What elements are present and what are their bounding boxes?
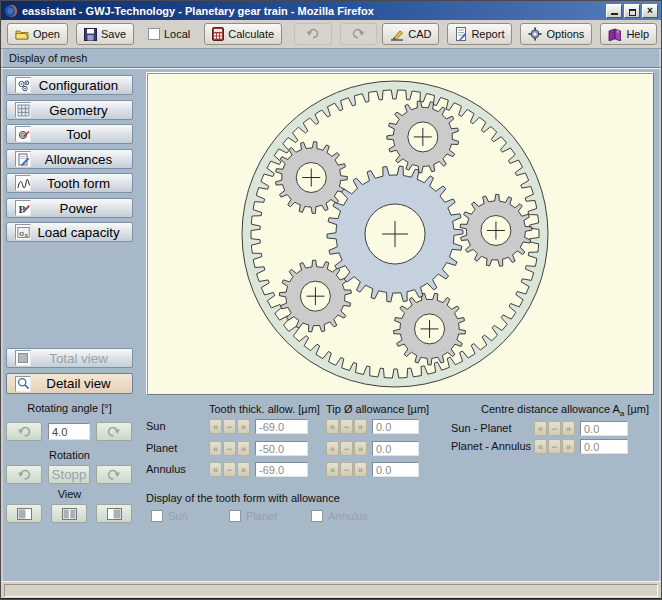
- sidebar-item-geometry[interactable]: Geometry: [6, 100, 133, 120]
- rotate-right-step-button[interactable]: [96, 422, 132, 441]
- stepper-up-button[interactable]: »: [562, 421, 575, 436]
- save-button[interactable]: Save: [76, 23, 134, 45]
- centre-row-label-planet-annulus: Planet - Annulus: [451, 440, 531, 452]
- stepper-down-button[interactable]: «: [209, 441, 222, 456]
- stepper-reset-button[interactable]: −: [223, 441, 236, 456]
- planet-annulus-field[interactable]: [580, 439, 628, 454]
- stepper-down-button[interactable]: «: [326, 462, 339, 477]
- close-button[interactable]: ×: [642, 4, 658, 18]
- allowances-icon: [15, 151, 31, 167]
- sun-tooth-thickness-field[interactable]: [255, 419, 308, 434]
- rotating-angle-input[interactable]: [48, 423, 90, 440]
- view-split-pane-button[interactable]: [51, 504, 87, 523]
- view-left-pane-icon: [17, 508, 32, 520]
- sun-checkbox[interactable]: [151, 510, 163, 522]
- power-icon: P: [15, 200, 31, 216]
- configuration-icon: [15, 77, 31, 93]
- stepper-reset-button[interactable]: −: [223, 419, 236, 434]
- close-icon: ×: [647, 6, 653, 16]
- stepper-reset-button[interactable]: −: [223, 462, 236, 477]
- cad-button[interactable]: CAD: [382, 23, 439, 45]
- stepper-up-button[interactable]: »: [354, 441, 367, 456]
- rotation-ccw-button[interactable]: [6, 465, 42, 484]
- redo-button[interactable]: [340, 23, 378, 45]
- planet-tooth-thickness-field[interactable]: [255, 441, 308, 456]
- calculator-icon: [212, 27, 224, 41]
- page-header: Display of mesh: [1, 49, 661, 67]
- stepper-up-button[interactable]: »: [354, 462, 367, 477]
- annulus-tooth-thickness-field[interactable]: [255, 462, 308, 477]
- local-checkbox[interactable]: [148, 28, 160, 40]
- planet-tip-allowance-field[interactable]: [372, 441, 419, 456]
- stepper-down-button[interactable]: «: [209, 462, 222, 477]
- view-right-pane-button[interactable]: [96, 504, 132, 523]
- stepper-down-button[interactable]: «: [326, 419, 339, 434]
- view-split-pane-icon: [62, 508, 77, 520]
- sidebar-item-configuration[interactable]: Configuration: [6, 75, 133, 95]
- toolbar: Open Save Local Calculate: [1, 20, 661, 49]
- sidebar-item-load-capacity[interactable]: σx Load capacity: [6, 222, 133, 242]
- stepper-down-button[interactable]: «: [534, 439, 547, 454]
- redo-icon: [351, 28, 366, 40]
- rotate-cw-icon: [106, 426, 122, 438]
- stepper-down-button[interactable]: «: [326, 441, 339, 456]
- app-window: eassistant - GWJ-Technology - Planetary …: [0, 0, 662, 600]
- planet-annulus-stepper: « − »: [534, 439, 575, 454]
- stepper-up-button[interactable]: »: [562, 439, 575, 454]
- stepper-down-button[interactable]: «: [534, 421, 547, 436]
- sidebar-item-power[interactable]: P Power: [6, 198, 133, 218]
- tooth-form-option-annulus: Annulus: [311, 510, 368, 522]
- calculate-button[interactable]: Calculate: [204, 23, 282, 45]
- view-left-pane-button[interactable]: [6, 504, 42, 523]
- report-button[interactable]: Report: [447, 23, 512, 45]
- page-title: Display of mesh: [9, 52, 87, 64]
- annulus-tip-allowance-field[interactable]: [372, 462, 419, 477]
- stepper-reset-button[interactable]: −: [340, 441, 353, 456]
- detail-view-button[interactable]: Detail view: [6, 373, 133, 394]
- row-label-sun: Sun: [146, 420, 166, 432]
- stepper-up-button[interactable]: »: [237, 441, 250, 456]
- planet-checkbox[interactable]: [229, 510, 241, 522]
- centre-distance-header: Centre distance allowance Aa [µm]: [481, 403, 649, 418]
- rotation-stop-button[interactable]: Stopp: [48, 465, 90, 484]
- sidebar-item-allowances[interactable]: Allowances: [6, 149, 133, 169]
- stepper-up-button[interactable]: »: [354, 419, 367, 434]
- rotate-ccw-icon: [16, 469, 32, 481]
- sidebar-item-tool[interactable]: Tool: [6, 124, 133, 144]
- stepper-reset-button[interactable]: −: [340, 462, 353, 477]
- tooth-form-icon: [15, 175, 31, 191]
- rotation-cw-button[interactable]: [96, 465, 132, 484]
- tooth-form-option-planet: Planet: [229, 510, 277, 522]
- tip-allowance-header: Tip Ø allowance [µm]: [326, 403, 429, 415]
- sun-planet-field[interactable]: [580, 421, 628, 436]
- stepper-down-button[interactable]: «: [209, 419, 222, 434]
- local-label: Local: [164, 28, 190, 40]
- sun-tip-allowance-field[interactable]: [372, 419, 419, 434]
- tooth-form-display-label: Display of the tooth form with allowance: [146, 492, 340, 504]
- rotate-left-step-button[interactable]: [6, 422, 42, 441]
- stepper-reset-button[interactable]: −: [548, 439, 561, 454]
- view-label: View: [1, 488, 138, 500]
- open-button[interactable]: Open: [7, 23, 68, 45]
- status-bar: [1, 581, 661, 598]
- stepper-reset-button[interactable]: −: [340, 419, 353, 434]
- annulus-tooth-thickness-stepper: « − »: [209, 462, 250, 477]
- firefox-icon: [4, 4, 18, 18]
- maximize-button[interactable]: [624, 4, 640, 18]
- total-view-button[interactable]: Total view: [6, 348, 133, 368]
- annulus-checkbox[interactable]: [311, 510, 323, 522]
- stepper-up-button[interactable]: »: [237, 462, 250, 477]
- tooth-thickness-header: Tooth thick. allow. [µm]: [209, 403, 320, 415]
- sidebar-item-tooth-form[interactable]: Tooth form: [6, 173, 133, 193]
- undo-button[interactable]: [294, 23, 332, 45]
- titlebar: eassistant - GWJ-Technology - Planetary …: [1, 1, 661, 20]
- stepper-reset-button[interactable]: −: [548, 421, 561, 436]
- local-checkbox-group: Local: [148, 28, 190, 40]
- minimize-button[interactable]: [606, 4, 622, 18]
- options-button[interactable]: Options: [520, 23, 592, 45]
- help-button[interactable]: Help: [600, 23, 657, 45]
- options-gear-icon: [528, 27, 542, 41]
- gear-diagram: [148, 74, 652, 393]
- stepper-up-button[interactable]: »: [237, 419, 250, 434]
- svg-text:x: x: [24, 231, 28, 239]
